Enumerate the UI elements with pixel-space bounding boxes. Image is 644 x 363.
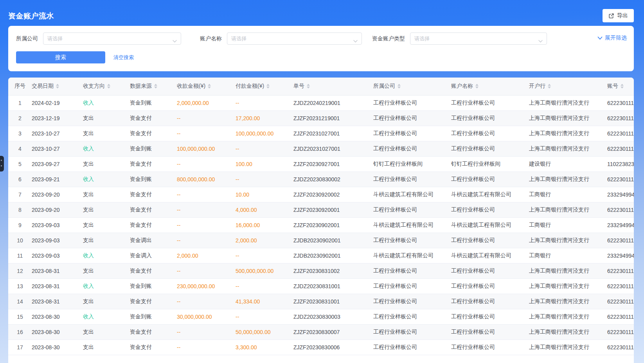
cell-account-name: 工程行业样板公司 (451, 278, 529, 294)
cell-income-amount: 2,000,000.00 (177, 95, 236, 110)
column-header-11[interactable]: 账号 (607, 78, 634, 95)
cell-data-source: 资金支付 (130, 324, 177, 340)
column-header-2[interactable]: 交易日期 (32, 78, 83, 95)
table-row: 172023-08-30支出资金支付--3,300.00ZJZF20230830… (8, 340, 634, 355)
cell-order-no: ZJDB20230902001 (293, 248, 373, 263)
cell-account-no: 622230111 (607, 340, 634, 355)
cell-account-name: 工程行业样板公司 (451, 263, 529, 278)
sort-carets-icon[interactable] (208, 84, 211, 88)
sort-carets-icon[interactable] (621, 84, 624, 88)
export-button[interactable]: 导出 (603, 9, 634, 22)
column-header-8[interactable]: 所属公司 (373, 78, 451, 95)
cell-date: 2023-09-03 (32, 217, 83, 233)
cell-bank: 上海工商银行漕河泾支行 (529, 294, 607, 309)
account-name-select[interactable]: 请选择 (227, 33, 362, 45)
sort-carets-icon[interactable] (266, 84, 270, 88)
cell-data-source: 资金到账 (130, 278, 177, 294)
cell-income-amount: -- (177, 217, 236, 233)
cell-direction: 收入 (83, 95, 130, 110)
column-label: 付款金额(¥) (236, 83, 264, 90)
cell-order-no: ZJDZ20240219001 (293, 95, 373, 110)
cell-data-source: 资金支付 (130, 294, 177, 309)
filter-label-account-name: 账户名称 (200, 35, 222, 42)
expand-filters-link[interactable]: 展开筛选 (597, 34, 627, 42)
cell-company: 斗栱云建筑工程有限公司 (373, 187, 451, 202)
export-icon (608, 13, 614, 19)
cell-bank: 上海工商银行漕河泾支行 (529, 309, 607, 324)
table-row: 122023-08-31支出资金支付--500,000,000.00ZJZF20… (8, 263, 634, 278)
cell-payment-amount: -- (236, 95, 293, 110)
cell-income-amount: -- (177, 187, 236, 202)
sort-carets-icon[interactable] (56, 84, 59, 88)
account-type-select-placeholder: 请选择 (414, 35, 430, 42)
column-header-1: 序号 (8, 78, 32, 95)
cell-account-name: 斗栱云建筑工程有限公司 (451, 187, 529, 202)
sort-carets-icon[interactable] (548, 84, 551, 88)
column-label: 序号 (14, 83, 25, 90)
column-header-5[interactable]: 收款金额(¥) (177, 78, 236, 95)
row-index: 1 (8, 95, 32, 110)
cell-income-amount: -- (177, 156, 236, 172)
chevron-down-icon (597, 36, 603, 40)
cell-order-no: ZJDB20230902001 (293, 233, 373, 248)
column-header-6[interactable]: 付款金额(¥) (236, 78, 293, 95)
cell-company: 斗栱云建筑工程有限公司 (373, 217, 451, 233)
cell-account-no: 233294994 (607, 187, 634, 202)
export-button-label: 导出 (617, 12, 628, 19)
row-index: 10 (8, 233, 32, 248)
cell-account-no: 622230111 (607, 95, 634, 110)
column-header-9[interactable]: 账户名称 (451, 78, 529, 95)
cell-data-source: 资金支付 (130, 340, 177, 355)
sort-carets-icon[interactable] (154, 84, 157, 88)
sort-carets-icon[interactable] (307, 84, 310, 88)
cell-date: 2024-02-19 (32, 95, 83, 110)
cell-data-source: 资金支付 (130, 202, 177, 217)
cell-direction: 收入 (83, 141, 130, 156)
cell-order-no: ZJZF20231219001 (293, 110, 373, 126)
column-label: 交易日期 (32, 83, 54, 90)
cell-data-source: 资金到账 (130, 95, 177, 110)
cell-bank: 上海工商银行漕河泾支行 (529, 233, 607, 248)
column-header-4[interactable]: 数据来源 (130, 78, 177, 95)
sort-carets-icon[interactable] (475, 84, 479, 88)
cell-payment-amount: 16,000.00 (236, 217, 293, 233)
cell-company: 工程行业样板公司 (373, 263, 451, 278)
row-index: 4 (8, 141, 32, 156)
cell-income-amount: -- (177, 126, 236, 141)
company-select[interactable]: 请选择 (43, 33, 181, 45)
cell-direction: 支出 (83, 156, 130, 172)
side-drawer-handle[interactable] (0, 156, 4, 172)
column-header-3[interactable]: 收支方向 (83, 78, 130, 95)
table-row: 32023-10-27支出资金支付--100,000,000.00ZJZF202… (8, 126, 634, 141)
cell-company: 工程行业样板公司 (373, 309, 451, 324)
cell-income-amount: 30,000,000.00 (177, 309, 236, 324)
cell-payment-amount: 100,000,000.00 (236, 126, 293, 141)
cell-company: 工程行业样板公司 (373, 141, 451, 156)
cell-company: 工程行业样板公司 (373, 202, 451, 217)
cell-direction: 支出 (83, 263, 130, 278)
column-header-10[interactable]: 开户行 (529, 78, 607, 95)
chevron-down-icon (353, 37, 358, 44)
account-name-select-placeholder: 请选择 (231, 35, 246, 42)
row-index: 15 (8, 309, 32, 324)
cell-bank: 上海工商银行漕河泾支行 (529, 172, 607, 187)
cell-direction: 支出 (83, 187, 130, 202)
table-row: 152023-08-30收入资金到账30,000,000.00--ZJDZ202… (8, 309, 634, 324)
clear-search-link[interactable]: 清空搜索 (113, 54, 134, 61)
table-row: 92023-09-03支出资金支付--16,000.00ZJZF20230902… (8, 217, 634, 233)
cell-company: 工程行业样板公司 (373, 278, 451, 294)
cell-company: 工程行业样板公司 (373, 294, 451, 309)
cell-income-amount: 100,000,000.00 (177, 141, 236, 156)
cell-payment-amount: 10.00 (236, 187, 293, 202)
search-button[interactable]: 搜索 (16, 51, 105, 63)
sort-carets-icon[interactable] (107, 84, 110, 88)
cell-date: 2023-10-27 (32, 126, 83, 141)
cell-account-no: 622230111 (607, 110, 634, 126)
account-type-select[interactable]: 请选择 (410, 33, 547, 45)
cell-data-source: 资金支付 (130, 217, 177, 233)
column-header-7[interactable]: 单号 (293, 78, 373, 95)
sort-carets-icon[interactable] (398, 84, 401, 88)
cell-account-name: 钉钉工程行业样板间 (451, 156, 529, 172)
table-row: 132023-08-31收入资金到账230,000,000.00--ZJDZ20… (8, 278, 634, 294)
cell-payment-amount: -- (236, 309, 293, 324)
